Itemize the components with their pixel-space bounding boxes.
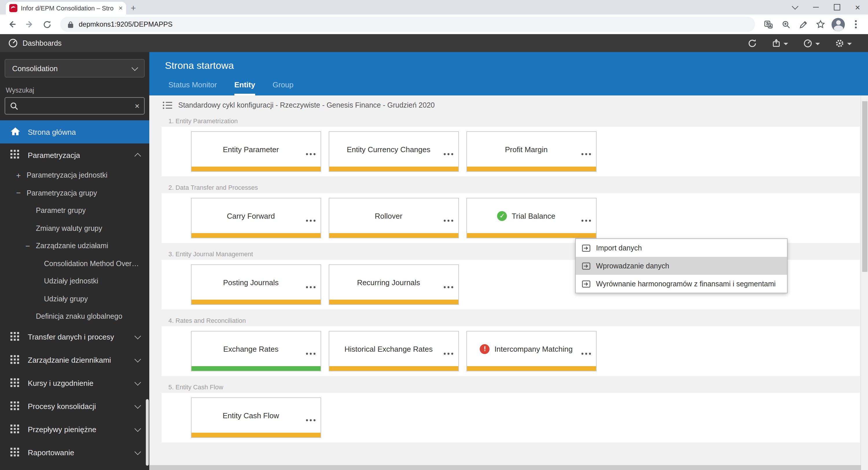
share-button[interactable]	[772, 39, 788, 48]
card-status-bar	[191, 366, 320, 371]
dashboard-card[interactable]: ✓ ! Exchange Rates	[191, 331, 321, 371]
page-tab-label: Entity	[235, 81, 255, 89]
dashboards-menu-button[interactable]	[803, 38, 820, 48]
card-status-bar	[191, 433, 320, 437]
context-menu-item[interactable]: Wyrównanie harmonogramów z finansami i s…	[576, 275, 787, 293]
sidebar-item[interactable]: Zarządzanie dziennikami	[0, 348, 149, 372]
card-menu-button[interactable]	[306, 414, 316, 424]
sidebar-item[interactable]: − Zarządzanie udziałami	[0, 237, 149, 255]
refresh-button[interactable]	[748, 38, 757, 48]
sidebar-item-label: Transfer danych i procesy	[28, 333, 114, 341]
caret-down-icon	[815, 42, 820, 47]
sidebar-item[interactable]: Zmiany waluty grupy	[0, 220, 149, 237]
horizontal-scrollbar[interactable]	[149, 465, 861, 470]
module-selector[interactable]: Consolidation	[5, 59, 145, 77]
vertical-scrollbar-thumb[interactable]	[862, 101, 867, 272]
caret-down-icon	[783, 42, 788, 47]
apps-grid-icon	[10, 424, 20, 435]
edit-icon[interactable]	[796, 17, 811, 32]
card-menu-button[interactable]	[306, 347, 316, 357]
dashboard-card[interactable]: ✓ ! Entity Currency Changes	[329, 131, 459, 172]
dashboard-card[interactable]: ✓ ! Intercompany Matching	[466, 331, 597, 371]
card-menu-button[interactable]	[306, 214, 316, 224]
card-menu-button[interactable]	[581, 347, 591, 357]
reload-button[interactable]	[39, 17, 54, 32]
dashboard-card[interactable]: ✓ ! Trial Balance	[466, 198, 597, 238]
context-menu-item[interactable]: Import danych	[576, 239, 787, 257]
context-menu-item[interactable]: Wprowadzanie danych	[576, 257, 787, 275]
clear-search-icon[interactable]: ×	[135, 102, 140, 110]
browser-menu-kebab-icon[interactable]	[848, 17, 863, 32]
sidebar-item[interactable]: Raportowanie	[0, 441, 149, 464]
close-window-button[interactable]: ×	[847, 0, 868, 14]
vertical-scrollbar[interactable]	[861, 95, 868, 465]
sidebar-item-label: Kursy i uzgodnienie	[28, 379, 93, 387]
dashboard-card[interactable]: ✓ ! Profit Margin	[466, 131, 597, 172]
chevron-down-icon	[134, 448, 141, 455]
zoom-icon[interactable]	[778, 17, 793, 32]
maximize-button[interactable]	[826, 0, 847, 14]
forward-button[interactable]	[22, 17, 37, 32]
tree-toggle-icon[interactable]: −	[26, 242, 36, 250]
sidebar-search[interactable]: ×	[5, 97, 145, 115]
tab-search-button[interactable]	[785, 0, 806, 14]
sidebar-item[interactable]: Kursy i uzgodnienie	[0, 372, 149, 395]
sidebar: Consolidation Wyszukaj ×	[0, 52, 149, 470]
sidebar-item[interactable]: Consolidation Method Overv...	[0, 255, 149, 273]
card-menu-button[interactable]	[581, 148, 591, 158]
chevron-down-icon	[134, 333, 141, 340]
sidebar-item[interactable]: Transfer danych i procesy	[0, 325, 149, 348]
dashboard-card[interactable]: ✓ ! Historical Exchange Rates	[329, 331, 459, 371]
page-tab[interactable]: Group	[273, 81, 293, 95]
browser-tab[interactable]: Infor d/EPM Consolidation – Stro ×	[6, 2, 126, 14]
bookmark-star-icon[interactable]	[813, 17, 828, 32]
sidebar-item-label: Procesy konsolidacji	[28, 402, 96, 411]
sidebar-item[interactable]: Procesy konsolidacji	[0, 395, 149, 418]
card-menu-button[interactable]	[443, 281, 454, 291]
sidebar-item-label: Parametr grupy	[36, 207, 86, 215]
dashboard-card[interactable]: ✓ ! Carry Forward	[191, 198, 321, 238]
sidebar-item[interactable]: Parametr grupy	[0, 202, 149, 220]
dashboard-card[interactable]: ✓ ! Entity Parameter	[191, 131, 321, 172]
card-menu-button[interactable]	[443, 214, 454, 224]
card-menu-button[interactable]	[306, 281, 316, 291]
sidebar-item[interactable]: Definicja znaku globalnego	[0, 308, 149, 325]
page-tab[interactable]: Entity	[235, 81, 255, 95]
url-bar[interactable]: depmkons1:9205/DEPMAPPS	[60, 17, 755, 32]
dashboard-card[interactable]: ✓ ! Rollover	[329, 198, 459, 238]
sidebar-item[interactable]: − Parametryzacja grupy	[0, 184, 149, 202]
context-menu-item-label: Wyrównanie harmonogramów z finansami i s…	[596, 280, 776, 288]
card-menu-button[interactable]	[306, 148, 316, 158]
dashboard-card[interactable]: ✓ ! Recurring Journals	[329, 264, 459, 305]
sidebar-item[interactable]: Parametryzacja	[0, 144, 149, 166]
minimize-button[interactable]	[806, 0, 826, 14]
chevron-down-icon	[134, 402, 141, 409]
tab-close-icon[interactable]: ×	[119, 5, 123, 11]
data-entry-icon	[582, 261, 591, 271]
translate-icon[interactable]	[761, 17, 776, 32]
new-tab-button[interactable]: +	[131, 3, 136, 13]
sidebar-item[interactable]: + Parametryzacja jednostki	[0, 166, 149, 184]
back-button[interactable]	[5, 17, 20, 32]
card-menu-button[interactable]	[443, 347, 454, 357]
sidebar-scrollbar[interactable]	[146, 399, 149, 466]
settings-button[interactable]	[835, 38, 852, 48]
card-menu-button[interactable]	[581, 214, 591, 224]
search-input[interactable]	[23, 101, 131, 111]
sidebar-item[interactable]: Udziały jednostki	[0, 273, 149, 290]
dashboard-card[interactable]: ✓ ! Entity Cash Flow	[191, 398, 321, 438]
profile-avatar[interactable]	[832, 18, 845, 31]
card-title: Entity Currency Changes	[347, 145, 430, 154]
sidebar-item[interactable]: Udziały grupy	[0, 290, 149, 308]
sidebar-item[interactable]: Strona główna	[0, 120, 149, 144]
apps-grid-icon	[10, 150, 20, 160]
tree-toggle-icon[interactable]: +	[16, 171, 27, 180]
chevron-down-icon	[134, 426, 141, 432]
card-menu-button[interactable]	[443, 148, 454, 158]
config-bar[interactable]: Standardowy cykl konfiguracji - Rzeczywi…	[161, 95, 860, 112]
dashboard-card[interactable]: ✓ ! Posting Journals	[191, 264, 321, 305]
tree-toggle-icon[interactable]: −	[16, 189, 27, 197]
sidebar-item[interactable]: Przepływy pieniężne	[0, 418, 149, 441]
page-tab[interactable]: Status Monitor	[168, 81, 217, 95]
section-label: 1. Entity Parametrization	[168, 118, 860, 124]
